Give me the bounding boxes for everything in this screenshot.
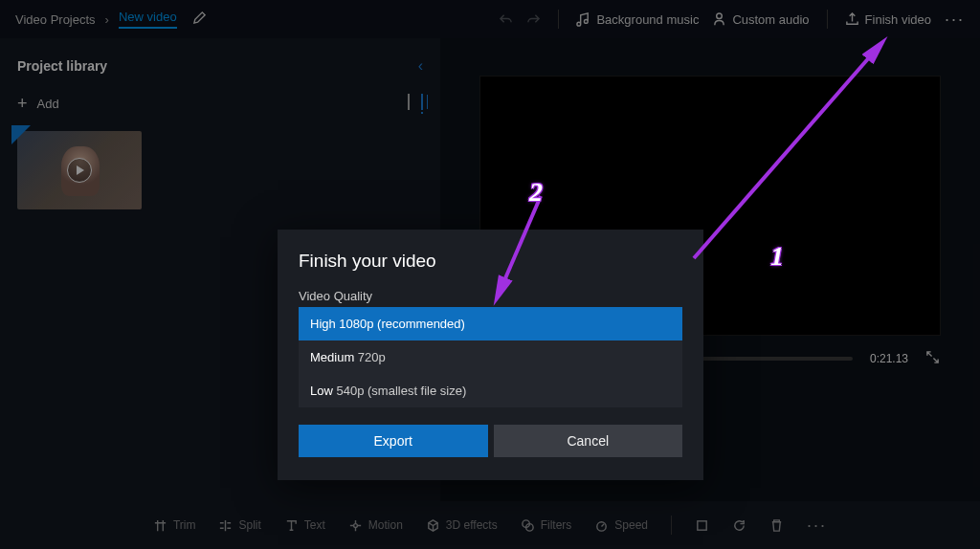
annotation-number-2: 2 (529, 177, 543, 208)
video-quality-label: Video Quality (299, 289, 682, 303)
quality-option-low[interactable]: Low 540p (smallest file size) (299, 374, 682, 407)
quality-option-high[interactable]: High 1080p (recommended) (299, 307, 682, 340)
quality-option-medium[interactable]: Medium 720p (299, 340, 682, 374)
finish-video-dialog: Finish your video Video Quality High 108… (278, 230, 703, 480)
export-button[interactable]: Export (299, 425, 488, 457)
quality-options: High 1080p (recommended) Medium 720p Low… (299, 307, 682, 407)
cancel-button[interactable]: Cancel (494, 425, 683, 457)
dialog-title: Finish your video (299, 251, 682, 272)
annotation-number-1: 1 (770, 241, 784, 272)
